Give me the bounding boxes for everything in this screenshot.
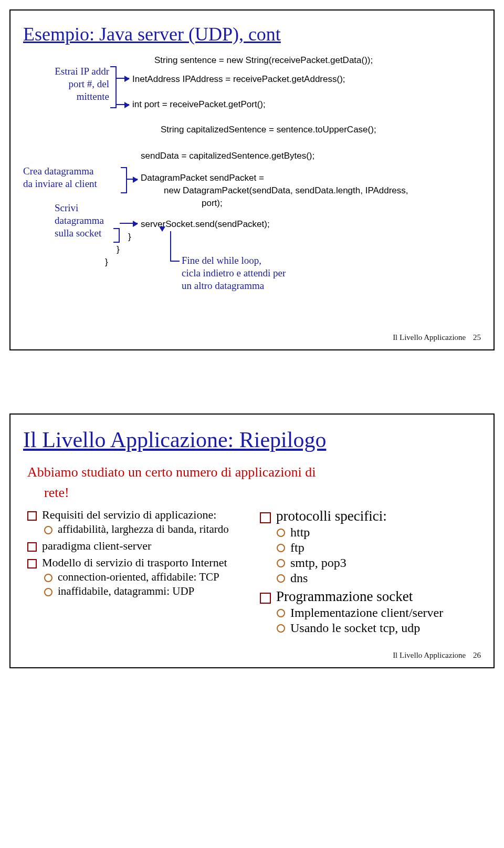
bullet-icon (260, 593, 271, 604)
subbullet-tcp: connection-oriented, affidabile: TCP (44, 571, 244, 584)
bullet-icon (44, 526, 52, 534)
bullet-text: Usando le socket tcp, udp (290, 621, 420, 635)
bracket-create (121, 167, 127, 193)
code-line: port); (202, 198, 223, 210)
bullet-programmazione: Programmazione socket (260, 588, 477, 605)
bullet-requisiti: Requisiti del servizio di applicazione: (27, 508, 244, 522)
arrow-create (127, 179, 138, 180)
bullet-text: dns (290, 571, 308, 585)
slide-25: Esempio: Java server (UDP), cont Estrai … (9, 9, 495, 350)
columns: Requisiti del servizio di applicazione: … (23, 505, 481, 636)
bullet-icon (27, 511, 37, 521)
bracket-loop (170, 231, 180, 262)
bullet-icon (27, 559, 37, 568)
arrow-extract-1 (117, 78, 129, 79)
bullet-text: smtp, pop3 (290, 556, 346, 570)
bullet-text: Programmazione socket (276, 588, 413, 605)
page-number: 25 (473, 333, 481, 342)
bullet-icon (277, 544, 285, 552)
bullet-icon (277, 624, 285, 633)
bullet-icon (277, 609, 285, 617)
bullet-text: affidabilità, larghezza di banda, ritard… (58, 523, 229, 536)
bullet-icon (277, 574, 285, 583)
code-brace: } (105, 256, 108, 268)
slide-title: Esempio: Java server (UDP), cont (23, 23, 481, 45)
bullet-text: Requisiti del servizio di applicazione: (42, 508, 216, 522)
bullet-icon (44, 588, 52, 596)
bullet-text: Modello di servizio di trasporto Interne… (42, 556, 227, 570)
right-column: protocolli specifici: http ftp smtp, pop… (260, 505, 477, 636)
subtitle-line2: rete! (44, 484, 481, 501)
bullet-text: inaffidabile, datagrammi: UDP (58, 585, 194, 598)
bullet-icon (277, 529, 285, 537)
subbullet-smtp: smtp, pop3 (277, 556, 477, 570)
page-number: 26 (473, 651, 481, 659)
slide-title: Il Livello Applicazione: Riepilogo (23, 427, 481, 452)
bracket-extract (110, 66, 117, 108)
bullet-text: connection-oriented, affidabile: TCP (58, 571, 219, 584)
bullet-protocolli: protocolli specifici: (260, 508, 477, 524)
code-line: String sentence = new String(receivePack… (154, 55, 373, 67)
slide-body: Estrai IP addr port #, del mittente Stri… (23, 55, 481, 328)
slide-26: Il Livello Applicazione: Riepilogo Abbia… (9, 413, 495, 668)
subtitle-line1: Abbiamo studiato un certo numero di appl… (27, 464, 481, 480)
annotation-create: Crea datagramma da inviare al client (23, 165, 97, 190)
bullet-icon (277, 559, 285, 567)
subbullet-http: http (277, 525, 477, 540)
annotation-extract: Estrai IP addr port #, del mittente (25, 65, 109, 102)
bullet-modello: Modello di servizio di trasporto Interne… (27, 556, 244, 570)
subbullet-udp: inaffidabile, datagrammi: UDP (44, 585, 244, 598)
code-line: sendData = capitalizedSentence.getBytes(… (141, 150, 314, 162)
bullet-text: http (290, 525, 310, 540)
bullet-paradigma: paradigma client-server (27, 539, 244, 553)
bracket-write (113, 228, 120, 243)
footer-text: Il Livello Applicazione (393, 651, 466, 659)
bullet-text: paradigma client-server (42, 539, 151, 553)
bullet-text: protocolli specifici: (276, 508, 387, 524)
code-line: String capitalizedSentence = sentence.to… (161, 124, 376, 136)
code-brace: } (117, 244, 120, 256)
subbullet-usando: Usando le socket tcp, udp (277, 621, 477, 635)
bullet-text: ftp (290, 541, 304, 555)
slide-footer: Il Livello Applicazione 25 (23, 333, 481, 342)
subbullet-affidabilita: affidabilità, larghezza di banda, ritard… (44, 523, 244, 536)
subbullet-impl: Implementazione client/server (277, 606, 477, 620)
code-line: DatagramPacket sendPacket = (141, 172, 264, 184)
bullet-icon (27, 542, 37, 552)
code-line: int port = receivePacket.getPort(); (132, 99, 266, 111)
arrow-extract-2 (117, 104, 129, 105)
subbullet-ftp: ftp (277, 541, 477, 555)
bullet-icon (260, 512, 271, 523)
arrow-write (120, 223, 138, 224)
subbullet-dns: dns (277, 571, 477, 585)
footer-text: Il Livello Applicazione (393, 333, 466, 342)
slide-footer: Il Livello Applicazione 26 (23, 651, 481, 660)
code-line: InetAddress IPAddress = receivePacket.ge… (132, 74, 345, 86)
bullet-icon (44, 574, 52, 582)
code-brace: } (128, 231, 131, 243)
code-line: new DatagramPacket(sendData, sendData.le… (164, 185, 408, 197)
bullet-text: Implementazione client/server (290, 606, 443, 620)
annotation-write: Scrivi datagramma sulla socket (55, 202, 104, 239)
annotation-loop: Fine del while loop, cicla indietro e at… (182, 254, 286, 292)
left-column: Requisiti del servizio di applicazione: … (27, 505, 244, 636)
